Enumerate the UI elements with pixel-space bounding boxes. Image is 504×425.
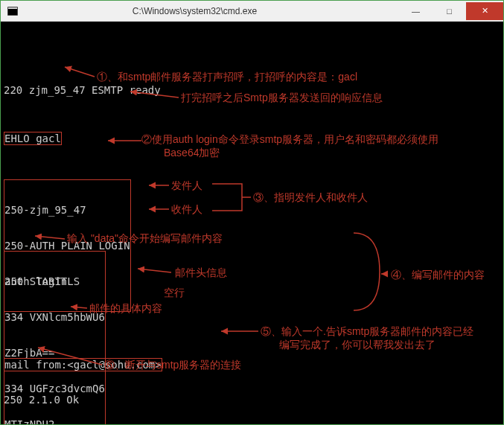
terminal[interactable]: 220 zjm_95_47 ESMTP ready EHLO gacl 250-… [1,22,503,424]
close-button[interactable]: ✕ [466,2,503,20]
term-line: MTIzNDU2 [4,418,105,425]
annotation-1: ①、和smtp邮件服务器打声招呼，打招呼的内容是：gacl [97,71,357,83]
highlight-box: EHLO gacl [4,132,62,145]
term-line: 250 2.1.0 Ok [4,394,500,406]
term-line: mail from:<gacl@sohu.com> [4,358,500,370]
annotation-recipient: 收件人 [171,203,202,215]
annotation-5: 输入 "data"命令开始编写邮件内容 [67,232,223,244]
window-title: C:\Windows\system32\cmd.exe [20,6,369,16]
annotation-4: ③、指明发件人和收件人 [253,191,368,203]
term-line: 334 UGFzc3dvcmQ6 [4,383,105,394]
titlebar: C:\Windows\system32\cmd.exe — □ ✕ [1,1,503,22]
window-controls: — □ ✕ [399,2,503,20]
cmd-icon [5,4,20,19]
term-line: 250-zjm_95_47 [4,204,130,216]
maximize-button[interactable]: □ [433,2,466,20]
annotation-3: ②使用auth login命令登录smtp服务器，用户名和密码都必须使用 [141,133,438,145]
term-line: auth login [4,275,105,287]
minimize-button[interactable]: — [399,2,433,20]
svg-line-2 [65,67,95,77]
annotation-8b: 编写完成了，你可以帮我发出去了 [279,339,436,351]
terminal-content: 220 zjm_95_47 ESMTP ready EHLO gacl 250-… [4,48,500,425]
annotation-7: 邮件的具体内容 [89,302,162,314]
annotation-2: 打完招呼之后Smtp服务器发送回的响应信息 [181,92,383,103]
term-line: Z2FjbA== [4,347,105,359]
annotation-6a: 邮件头信息 [175,266,227,278]
annotation-6c: ④、编写邮件的内容 [391,269,485,281]
annotation-sender: 发件人 [171,179,202,191]
annotation-8: ⑤、输入一个.告诉smtp服务器邮件的内容已经 [261,325,473,337]
annotation-9: ⑥、断开与smtp服务器的连接 [104,359,241,371]
svg-rect-1 [8,7,17,9]
annotation-3b: Base64加密 [164,147,220,159]
annotation-6b: 空行 [164,287,185,298]
